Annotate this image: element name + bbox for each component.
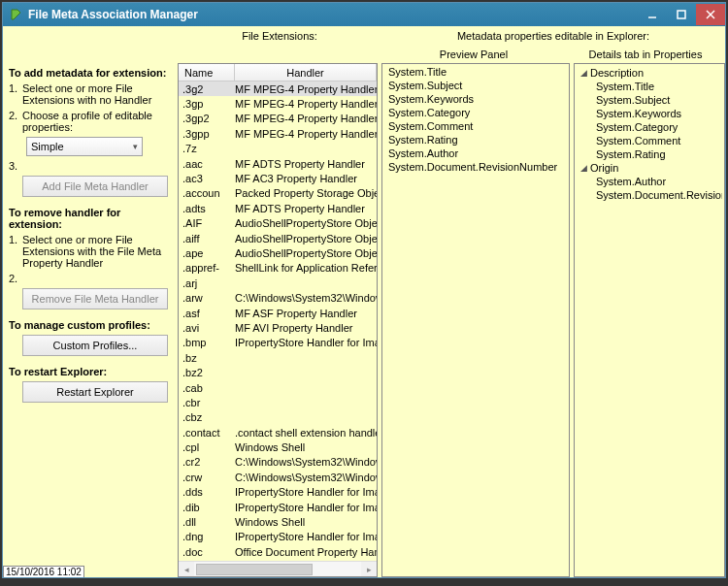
app-icon xyxy=(9,8,22,21)
remove-heading: To remove handler for extension: xyxy=(9,207,120,230)
tree-item[interactable]: System.Category xyxy=(577,120,722,134)
table-row[interactable]: .cr2C:\Windows\System32\WindowsCodecsRaw xyxy=(179,455,377,470)
ext-cell: .accoun xyxy=(182,187,235,199)
ext-cell: .arw xyxy=(182,292,235,304)
handler-cell: MF ADTS Property Handler xyxy=(235,158,377,170)
tree-group[interactable]: ◢Origin xyxy=(577,161,722,175)
ext-cell: .avi xyxy=(182,322,235,334)
handler-cell: AudioShellPropertyStore Object xyxy=(235,217,377,229)
handler-cell: IPropertyStore Handler for Images xyxy=(235,337,377,348)
table-row[interactable]: .3gppMF MPEG-4 Property Handler xyxy=(179,126,377,141)
table-row[interactable]: .accounPacked Property Storage Object xyxy=(179,186,377,201)
col-name[interactable]: Name xyxy=(179,64,235,81)
ext-cell: .aiff xyxy=(182,233,235,244)
table-row[interactable]: .dllWindows Shell xyxy=(179,514,377,529)
tree-item[interactable]: System.Keywords xyxy=(577,107,722,120)
table-row[interactable]: .3gpMF MPEG-4 Property Handler xyxy=(179,96,377,111)
table-row[interactable]: .AIFAudioShellPropertyStore Object xyxy=(179,216,377,231)
chevron-down-icon: ▾ xyxy=(133,142,138,151)
table-row[interactable]: .crwC:\Windows\System32\WindowsCodecsRaw xyxy=(179,470,377,484)
minimize-button[interactable] xyxy=(638,4,667,25)
tree-item[interactable]: System.Subject xyxy=(577,93,722,107)
app-window: File Meta Association Manager File Exten… xyxy=(2,2,726,578)
table-row[interactable]: .aviMF AVI Property Handler xyxy=(179,320,377,335)
scroll-right-icon[interactable]: ▸ xyxy=(361,562,377,577)
file-extensions-header: File Extensions: xyxy=(178,30,381,42)
table-row[interactable]: .bmpIPropertyStore Handler for Images xyxy=(179,336,377,350)
table-row[interactable]: .ddsIPropertyStore Handler for Images xyxy=(179,485,377,500)
ext-cell: .bmp xyxy=(182,337,235,348)
ext-cell: .asf xyxy=(182,308,235,319)
horizontal-scrollbar[interactable]: ◂ ▸ xyxy=(179,561,377,576)
remove-handler-button[interactable]: Remove File Meta Handler xyxy=(22,288,168,309)
scroll-thumb[interactable] xyxy=(196,564,313,575)
ext-cell: .cr2 xyxy=(182,456,235,468)
remove-step-2 xyxy=(22,273,170,284)
handler-cell: C:\Windows\System32\WindowsCodecsRaw xyxy=(235,456,377,468)
preview-line: System.Keywords xyxy=(388,93,563,107)
table-row[interactable]: .cplWindows Shell xyxy=(179,440,377,454)
tree-item[interactable]: System.Author xyxy=(577,175,722,188)
table-row[interactable]: .cbz xyxy=(179,410,377,425)
handler-cell: MF MPEG-4 Property Handler xyxy=(235,113,377,124)
maximize-button[interactable] xyxy=(667,4,696,25)
table-row[interactable]: .asfMF ASF Property Handler xyxy=(179,306,377,320)
ext-cell: .7z xyxy=(182,143,235,154)
close-button[interactable] xyxy=(696,4,725,25)
svg-rect-1 xyxy=(678,11,685,18)
handler-cell: IPropertyStore Handler for Images xyxy=(235,486,377,498)
ext-cell: .3gp2 xyxy=(182,113,235,124)
ext-cell: .AIF xyxy=(182,217,235,229)
expand-icon[interactable]: ◢ xyxy=(579,163,588,173)
table-row[interactable]: .dibIPropertyStore Handler for Images xyxy=(179,500,377,514)
manage-heading: To manage custom profiles: xyxy=(9,319,150,331)
extensions-list[interactable]: Name Handler .3g2MF MPEG-4 Property Hand… xyxy=(178,63,378,577)
ext-cell: .dib xyxy=(182,502,235,513)
table-row[interactable]: .dngIPropertyStore Handler for Images xyxy=(179,530,377,544)
scroll-left-icon[interactable]: ◂ xyxy=(179,562,194,577)
table-row[interactable]: .arwC:\Windows\System32\WindowsCodecsRaw xyxy=(179,290,377,305)
tree-item[interactable]: System.Rating xyxy=(577,147,722,161)
table-row[interactable]: .apeAudioShellPropertyStore Object xyxy=(179,245,377,260)
table-row[interactable]: .7z xyxy=(179,142,377,156)
expand-icon[interactable]: ◢ xyxy=(579,68,588,78)
table-row[interactable]: .cbr xyxy=(179,395,377,409)
table-row[interactable]: .aiffAudioShellPropertyStore Object xyxy=(179,231,377,245)
custom-profiles-button[interactable]: Custom Profiles... xyxy=(22,335,168,356)
list-header[interactable]: Name Handler xyxy=(179,64,377,81)
tree-item[interactable]: System.Document.RevisionNumber xyxy=(577,188,722,202)
table-row[interactable]: .ac3MF AC3 Property Handler xyxy=(179,171,377,185)
table-row[interactable]: .arj xyxy=(179,276,377,290)
table-row[interactable]: .3gp2MF MPEG-4 Property Handler xyxy=(179,112,377,126)
window-controls xyxy=(638,4,725,25)
ext-cell: .cpl xyxy=(182,441,235,453)
table-row[interactable]: .bz2 xyxy=(179,365,377,379)
table-row[interactable]: .adtsMF ADTS Property Handler xyxy=(179,201,377,215)
title-bar[interactable]: File Meta Association Manager xyxy=(3,3,725,26)
handler-cell: Packed Property Storage Object xyxy=(235,187,377,199)
table-row[interactable]: .3g2MF MPEG-4 Property Handler xyxy=(179,81,377,96)
table-row[interactable]: .bz xyxy=(179,350,377,365)
tree-group[interactable]: ◢Description xyxy=(577,66,722,80)
details-tab-header: Details tab in Properties xyxy=(566,49,725,60)
handler-cell: MF MPEG-4 Property Handler xyxy=(235,83,377,95)
table-row[interactable]: .aacMF ADTS Property Handler xyxy=(179,156,377,171)
handler-cell: .contact shell extension handler xyxy=(235,427,377,439)
ext-cell: .appref- xyxy=(182,262,235,274)
tree-item[interactable]: System.Title xyxy=(577,80,722,93)
profile-combo[interactable]: Simple ▾ xyxy=(26,137,143,156)
ext-cell: .doc xyxy=(182,546,235,558)
ext-cell: .3gpp xyxy=(182,128,235,140)
add-handler-button[interactable]: Add File Meta Handler xyxy=(22,176,168,197)
restart-explorer-button[interactable]: Restart Explorer xyxy=(22,381,168,403)
tree-item[interactable]: System.Comment xyxy=(577,134,722,147)
preview-line: System.Subject xyxy=(388,80,563,93)
table-row[interactable]: .cab xyxy=(179,380,377,395)
table-row[interactable]: .contact.contact shell extension handler xyxy=(179,425,377,440)
top-headers: File Extensions: Metadata properties edi… xyxy=(3,26,725,46)
timestamp-overlay: 15/10/2016 11:02 xyxy=(3,566,84,577)
table-row[interactable]: .appref-ShellLink for Application Refere… xyxy=(179,261,377,276)
table-row[interactable]: .docOffice Document Property Handler xyxy=(179,544,377,559)
handler-cell: ShellLink for Application References xyxy=(235,262,377,274)
col-handler[interactable]: Handler xyxy=(235,64,377,81)
